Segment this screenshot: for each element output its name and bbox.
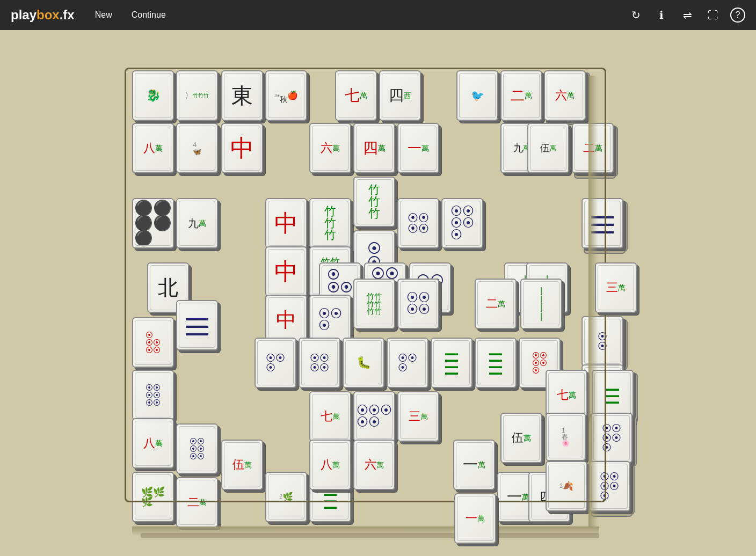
tile[interactable]: 六萬 bbox=[353, 440, 395, 490]
tile[interactable]: ⦿⦿⦿⦿⦿⦿ bbox=[132, 370, 174, 420]
tile[interactable]: ▬▬▬▬▬▬▬▬▬ bbox=[581, 198, 623, 248]
tile[interactable]: ⦿⦿⦿⦿ bbox=[397, 279, 439, 329]
nav-continue[interactable]: Continue bbox=[127, 8, 170, 22]
tile[interactable]: ⦿⦿⦿⦿⦿ bbox=[132, 317, 174, 368]
tile[interactable]: 四西 bbox=[379, 70, 421, 121]
tile[interactable]: 八萬 bbox=[309, 440, 351, 490]
tile[interactable]: 2🍂 bbox=[546, 461, 587, 511]
tile[interactable]: ▬▬▬▬▬▬▬▬ bbox=[431, 338, 473, 388]
tile[interactable]: ⦿⦿ bbox=[581, 316, 623, 367]
tile[interactable]: 🌿🌿🌿 bbox=[132, 472, 174, 522]
tile[interactable]: 伍萬 bbox=[221, 440, 263, 490]
logo-play: play bbox=[11, 8, 37, 22]
tile[interactable]: 一萬 bbox=[453, 440, 495, 490]
tile[interactable]: 二萬 bbox=[500, 70, 542, 121]
tile[interactable]: 伍萬 bbox=[527, 123, 569, 173]
tile[interactable]: 中 bbox=[221, 123, 263, 173]
info-icon[interactable]: ℹ bbox=[653, 6, 670, 24]
tile[interactable]: 竹竹竹竹竹竹 bbox=[353, 279, 395, 329]
tile[interactable]: ⦿⦿⦿⦿⦿⦿ bbox=[176, 423, 218, 474]
tile[interactable]: ⦿⦿⦿⦿⦿ bbox=[353, 391, 395, 442]
tile[interactable]: 東 bbox=[221, 70, 263, 121]
tile[interactable]: 八萬 bbox=[132, 123, 174, 173]
tile[interactable]: 冫竹竹竹 bbox=[176, 70, 218, 121]
logo: playbox.fx bbox=[11, 8, 75, 23]
header: playbox.fx New Continue ↻ ℹ ⇌ ⛶ ? bbox=[0, 0, 756, 30]
tile[interactable]: 🐦 bbox=[456, 70, 498, 121]
tile[interactable]: ⦿⦿⦿⦿⦿ bbox=[441, 198, 483, 248]
logo-box: box bbox=[37, 8, 60, 22]
tile[interactable]: ▬▬▬▬▬▬▬▬▬ bbox=[176, 300, 218, 350]
tile[interactable]: 竹竹竹 bbox=[353, 177, 395, 227]
tile[interactable]: 2🌿 bbox=[265, 472, 307, 522]
tile[interactable]: 伍萬 bbox=[500, 413, 542, 463]
mahjong-board: 🐉 冫竹竹竹 東 3♠秋🍎 七萬 四西 🐦 二萬 六萬 bbox=[67, 38, 689, 548]
help-icon[interactable]: ? bbox=[730, 8, 745, 23]
tile[interactable]: 七萬 bbox=[309, 391, 351, 442]
tile[interactable]: 六萬 bbox=[309, 123, 351, 173]
game-area: 🐉 冫竹竹竹 東 3♠秋🍎 七萬 四西 🐦 二萬 六萬 bbox=[0, 30, 756, 556]
tile[interactable]: 🐉 bbox=[132, 70, 174, 121]
tile[interactable]: 中 bbox=[265, 246, 307, 297]
tile[interactable]: 四萬 bbox=[353, 123, 395, 173]
tile[interactable]: ⦿⦿⦿ bbox=[387, 338, 428, 388]
tile[interactable]: 1春🌸 bbox=[546, 413, 586, 461]
tile[interactable]: 中 bbox=[265, 198, 307, 248]
tile[interactable]: 七萬 bbox=[335, 70, 377, 121]
tile[interactable]: 竹竹竹 bbox=[309, 198, 351, 248]
tile[interactable]: |||| bbox=[520, 279, 562, 329]
tile[interactable]: 4🦋 bbox=[176, 123, 218, 173]
tile[interactable]: ⦿⦿⦿⦿ bbox=[397, 198, 439, 248]
tile[interactable]: 一萬 bbox=[397, 123, 439, 173]
tile[interactable]: 九萬 bbox=[176, 198, 218, 248]
tile[interactable]: ⚫⚫⚫⚫⚫ bbox=[132, 198, 174, 248]
tile[interactable]: 二萬 bbox=[176, 477, 218, 528]
fullscreen-icon[interactable]: ⛶ bbox=[704, 6, 722, 24]
tile[interactable]: 🐛 bbox=[343, 338, 384, 388]
tile[interactable]: 二萬 bbox=[475, 279, 517, 329]
tile[interactable]: ⦿⦿⦿ bbox=[255, 338, 296, 388]
tile[interactable]: 一萬 bbox=[454, 493, 496, 544]
tile[interactable]: ▬▬▬▬▬▬▬▬ bbox=[475, 338, 517, 388]
tile[interactable]: 3♠秋🍎 bbox=[265, 70, 307, 121]
nav-links: New Continue bbox=[91, 8, 170, 22]
refresh-icon[interactable]: ↻ bbox=[627, 6, 644, 24]
tile[interactable]: 八萬 bbox=[132, 418, 174, 469]
logo-fx: .fx bbox=[60, 8, 75, 22]
tile[interactable]: 六萬 bbox=[544, 70, 586, 121]
shuffle-icon[interactable]: ⇌ bbox=[679, 6, 696, 24]
tile[interactable]: 三萬 bbox=[595, 262, 637, 313]
header-right: ↻ ℹ ⇌ ⛶ ? bbox=[627, 6, 745, 24]
tile[interactable]: ⦿⦿⦿⦿ bbox=[299, 338, 340, 388]
tile[interactable]: 三萬 bbox=[397, 391, 439, 442]
nav-new[interactable]: New bbox=[91, 8, 117, 22]
